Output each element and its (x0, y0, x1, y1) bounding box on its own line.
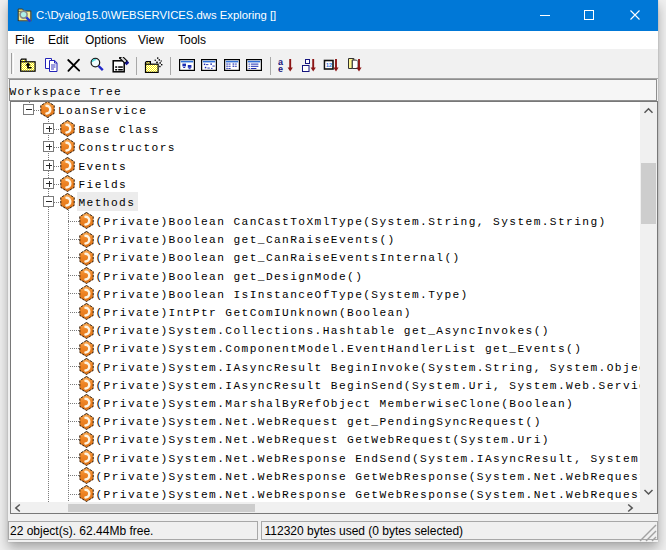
svg-text:e: e (278, 64, 283, 73)
svg-text:12: 12 (326, 62, 332, 68)
